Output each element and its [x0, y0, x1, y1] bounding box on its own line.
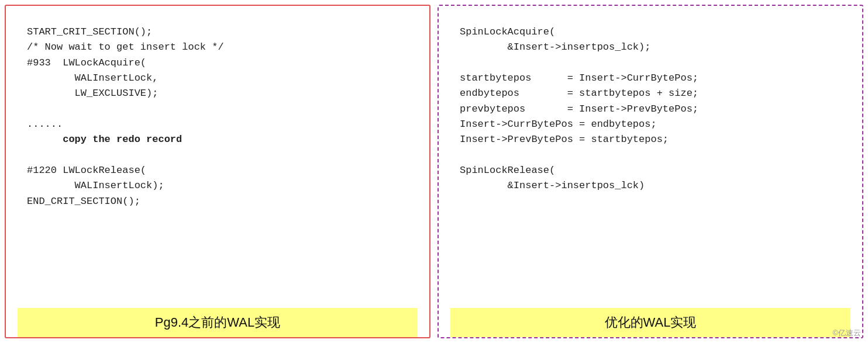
code-line: START_CRIT_SECTION(); — [27, 26, 152, 37]
code-line: copy the redo record — [27, 134, 182, 145]
left-panel: START_CRIT_SECTION(); /* Now wait to get… — [5, 5, 430, 338]
code-line: SpinLockRelease( — [460, 165, 555, 176]
left-label: Pg9.4之前的WAL实现 — [18, 308, 418, 337]
code-line: &Insert->insertpos_lck) — [460, 180, 645, 191]
main-container: START_CRIT_SECTION(); /* Now wait to get… — [0, 0, 868, 343]
right-code-area: SpinLockAcquire( &Insert->insertpos_lck)… — [450, 16, 850, 308]
left-code-area: START_CRIT_SECTION(); /* Now wait to get… — [18, 16, 418, 308]
code-line: Insert->CurrBytePos = endbytepos; — [460, 119, 657, 130]
code-line: SpinLockAcquire( — [460, 26, 555, 37]
code-line: startbytepos = Insert->CurrBytePos; — [460, 72, 698, 84]
code-line: endbytepos = startbytepos + size; — [460, 88, 698, 99]
code-line: /* Now wait to get insert lock */ — [27, 41, 224, 53]
code-line: END_CRIT_SECTION(); — [27, 196, 140, 207]
code-line: LW_EXCLUSIVE); — [27, 88, 158, 99]
code-line: &Insert->insertpos_lck); — [460, 41, 650, 53]
code-line: WALInsertLock, — [27, 72, 158, 84]
right-panel: SpinLockAcquire( &Insert->insertpos_lck)… — [438, 5, 863, 338]
code-line: Insert->PrevBytePos = startbytepos; — [460, 134, 669, 145]
code-line: ...... — [27, 119, 63, 130]
code-line: WALInsertLock); — [27, 180, 164, 191]
right-code-block: SpinLockAcquire( &Insert->insertpos_lck)… — [460, 25, 841, 194]
watermark: ©亿速云 — [832, 328, 861, 338]
code-line: #933 LWLockAcquire( — [27, 57, 146, 68]
code-line: prevbytepos = Insert->PrevBytePos; — [460, 103, 698, 115]
left-code-block: START_CRIT_SECTION(); /* Now wait to get… — [27, 25, 408, 209]
right-label: 优化的WAL实现 — [450, 308, 850, 337]
code-line: #1220 LWLockRelease( — [27, 165, 146, 176]
